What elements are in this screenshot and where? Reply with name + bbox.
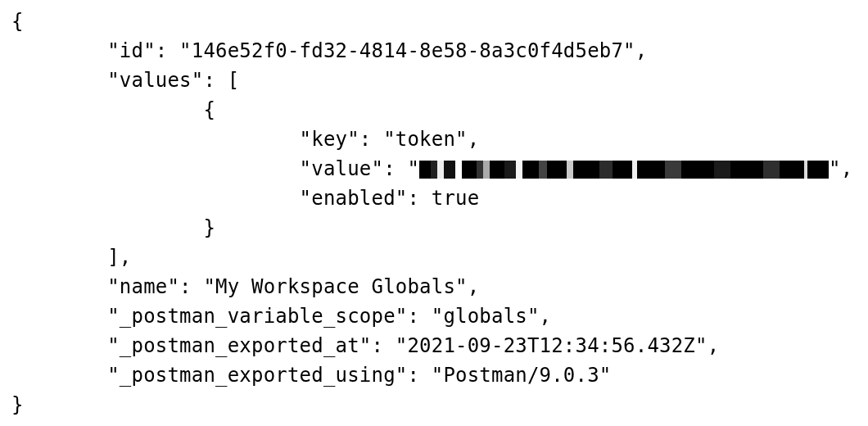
code-line: "_postman_exported_at": "2021-09-23T12:3… (11, 334, 719, 357)
postman-globals-json: { "id": "146e52f0-fd32-4814-8e58-8a3c0f4… (0, 0, 868, 426)
redacted-token-value (419, 161, 829, 179)
code-line: { (11, 10, 24, 33)
code-line: "enabled": true (11, 187, 479, 210)
code-line: "_postman_variable_scope": "globals", (11, 305, 551, 328)
code-line: ], (11, 246, 132, 269)
code-line: { (11, 98, 215, 121)
code-line: "values": [ (11, 69, 239, 92)
code-line: } (11, 216, 215, 239)
code-line: "name": "My Workspace Globals", (11, 275, 479, 298)
code-line: "_postman_exported_using": "Postman/9.0.… (11, 364, 611, 387)
code-line: } (11, 393, 24, 416)
code-line: "key": "token", (11, 128, 479, 151)
value-prefix: "value": " (11, 157, 419, 180)
value-suffix: ", (829, 157, 852, 180)
code-line: "id": "146e52f0-fd32-4814-8e58-8a3c0f4d5… (11, 39, 647, 62)
